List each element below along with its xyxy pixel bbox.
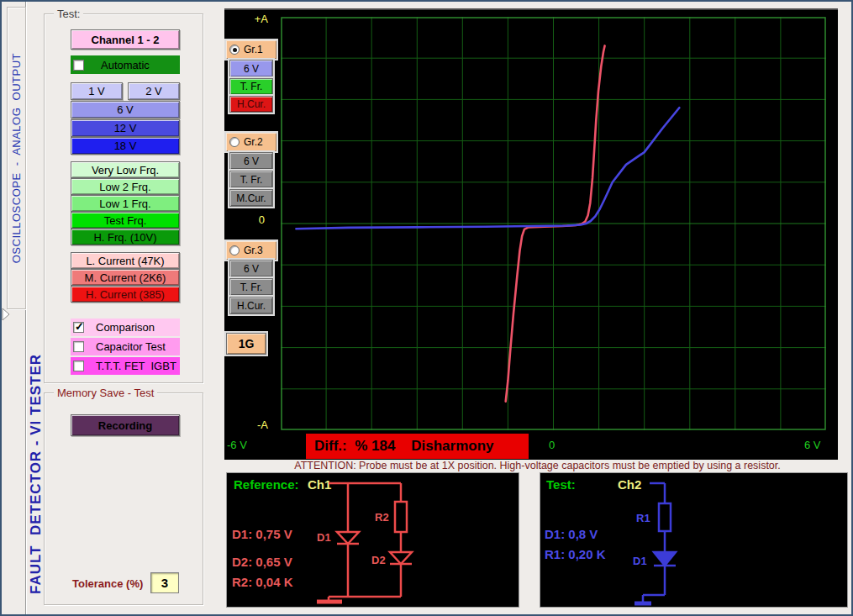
x-axis-zero-label: 0 <box>549 439 555 451</box>
group-2-voltage-label: 6 V <box>244 155 259 167</box>
group-1-label: Gr.1 <box>244 44 263 55</box>
tolerance-value: 3 <box>161 576 168 590</box>
y-axis-top-label: +A <box>245 13 268 25</box>
scope-panel: +A 0 -A Gr.1 6 V T. Fr. H.Cur. Gr.2 6 V … <box>224 8 838 460</box>
freq-low2-label: Low 2 Frq. <box>99 181 150 193</box>
group-3-current-button[interactable]: H.Cur. <box>229 297 273 314</box>
tolerance-input[interactable]: 3 <box>150 572 179 593</box>
current-low-label: L. Current (47K) <box>86 255 164 267</box>
freq-low1-button[interactable]: Low 1 Frq. <box>71 195 180 212</box>
diff-status-text: Diff.: % 184 Disharmony <box>314 438 494 455</box>
automatic-toggle[interactable]: Automatic <box>71 55 180 74</box>
comparison-checkbox[interactable] <box>73 322 84 333</box>
voltage-12v-label: 12 V <box>114 122 137 134</box>
group-2-radio-row[interactable]: Gr.2 <box>226 133 276 151</box>
x-axis-left-label: -6 V <box>227 439 247 451</box>
group-3-label: Gr.3 <box>244 245 263 256</box>
diff-status-bar: Diff.: % 184 Disharmony <box>306 434 529 459</box>
capacitor-test-checkbox[interactable] <box>73 341 84 352</box>
ttt-fet-igbt-label: T.T.T. FET IGBT <box>96 360 176 372</box>
group-2-radio[interactable] <box>229 137 240 147</box>
group-2-current-button[interactable]: M.Cur. <box>229 189 273 207</box>
current-mid-button[interactable]: M. Current (2K6) <box>71 269 180 286</box>
group-2-voltage-button[interactable]: 6 V <box>229 152 273 170</box>
recording-button[interactable]: Recording <box>71 414 180 436</box>
voltage-1v-label: 1 V <box>88 85 105 97</box>
group-1-radio[interactable] <box>229 45 240 55</box>
group-2-label: Gr.2 <box>244 136 263 148</box>
group-1-radio-row[interactable]: Gr.1 <box>226 40 276 59</box>
freq-high-button[interactable]: H. Frq. (10V) <box>71 229 180 245</box>
freq-very-low-button[interactable]: Very Low Frq. <box>71 161 180 178</box>
group-3-current-label: H.Cur. <box>237 300 266 312</box>
current-low-button[interactable]: L. Current (47K) <box>71 252 180 269</box>
group-1-current-button[interactable]: H.Cur. <box>229 96 273 113</box>
gain-1g-button[interactable]: 1G <box>226 333 266 355</box>
voltage-18v-label: 18 V <box>114 140 137 152</box>
channel-1-2-button[interactable]: Channel 1 - 2 <box>71 29 180 50</box>
test-circuit-schematic <box>540 473 849 608</box>
freq-test-label: Test Frq. <box>104 214 147 227</box>
group-1-voltage-label: 6 V <box>244 63 259 75</box>
test-circuit-box: Test: Ch2 D1: 0,8 V R1: 0,20 K R1 D1 <box>540 472 848 608</box>
group-3-freq-button[interactable]: T. Fr. <box>229 278 273 296</box>
comparison-label: Comparison <box>96 321 155 334</box>
group-3-voltage-button[interactable]: 6 V <box>229 260 273 277</box>
voltage-2v-label: 2 V <box>145 85 162 97</box>
test-group-label: Test: <box>54 8 83 19</box>
group-2-current-label: M.Cur. <box>236 192 266 204</box>
current-mid-label: M. Current (2K6) <box>85 271 166 284</box>
group-3-voltage-label: 6 V <box>244 263 259 275</box>
group-1-current-label: H.Cur. <box>237 98 266 110</box>
group-1-freq-label: T. Fr. <box>240 81 263 92</box>
reference-circuit-box: Reference: Ch1 D1: 0,75 V D2: 0,65 V R2:… <box>226 472 519 608</box>
current-high-label: H. Current (385) <box>86 288 165 301</box>
capacitor-test-option[interactable]: Capacitor Test <box>71 338 180 355</box>
y-axis-bottom-label: -A <box>245 419 268 431</box>
gain-1g-label: 1G <box>239 337 255 350</box>
freq-low2-button[interactable]: Low 2 Frq. <box>71 178 180 195</box>
tab-arrow-icon <box>2 308 11 321</box>
freq-test-button[interactable]: Test Frq. <box>71 212 180 229</box>
voltage-18v-button[interactable]: 18 V <box>71 137 180 155</box>
freq-high-label: H. Frq. (10V) <box>93 231 156 244</box>
tolerance-label: Tolerance (%) <box>72 577 143 590</box>
group-1-voltage-button[interactable]: 6 V <box>229 60 273 77</box>
current-high-button[interactable]: H. Current (385) <box>71 286 180 303</box>
channel-1-2-label: Channel 1 - 2 <box>92 34 160 46</box>
group-1-freq-button[interactable]: T. Fr. <box>229 78 273 95</box>
group-3-freq-label: T. Fr. <box>240 282 263 293</box>
y-axis-zero-label: 0 <box>250 213 265 226</box>
voltage-6v-label: 6 V <box>117 103 134 116</box>
reference-circuit-schematic <box>227 473 520 608</box>
capacitor-test-label: Capacitor Test <box>96 340 166 353</box>
freq-very-low-label: Very Low Frq. <box>92 164 159 176</box>
voltage-6v-button[interactable]: 6 V <box>71 101 180 118</box>
ttt-fet-igbt-checkbox[interactable] <box>73 361 84 371</box>
tab-oscilloscope-analog-output[interactable]: OSCILLOSCOPE - ANALOG OUTPUT <box>7 7 26 309</box>
comparison-option[interactable]: Comparison <box>71 319 180 336</box>
voltage-12v-button[interactable]: 12 V <box>71 119 180 137</box>
group-2-freq-label: T. Fr. <box>240 174 263 186</box>
vi-plot <box>281 17 826 430</box>
group-3-radio[interactable] <box>229 245 240 255</box>
memory-save-group-label: Memory Save - Test <box>54 387 157 398</box>
group-3-radio-row[interactable]: Gr.3 <box>226 241 276 260</box>
ttt-fet-igbt-option[interactable]: T.T.T. FET IGBT <box>71 357 180 375</box>
group-2-freq-button[interactable]: T. Fr. <box>229 171 273 188</box>
app-window: OSCILLOSCOPE - ANALOG OUTPUT FAULT DETEC… <box>0 0 853 616</box>
attention-text: ATTENTION: Probe must be at 1X position.… <box>224 460 850 471</box>
recording-label: Recording <box>98 419 152 432</box>
automatic-label: Automatic <box>101 59 150 71</box>
tab-label: OSCILLOSCOPE - ANALOG OUTPUT <box>10 53 23 263</box>
voltage-2v-button[interactable]: 2 V <box>128 82 180 100</box>
automatic-checkbox[interactable] <box>73 60 84 71</box>
x-axis-right-label: 6 V <box>804 439 821 451</box>
voltage-1v-button[interactable]: 1 V <box>71 82 123 100</box>
freq-low1-label: Low 1 Frq. <box>99 197 150 210</box>
